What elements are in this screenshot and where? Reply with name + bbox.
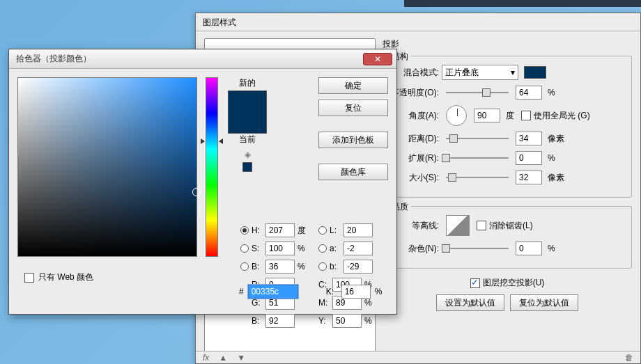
k-field[interactable] <box>341 285 371 299</box>
app-topbar <box>404 0 641 7</box>
close-button[interactable]: ✕ <box>363 53 392 65</box>
h-field[interactable] <box>265 223 295 237</box>
distance-slider[interactable] <box>446 138 509 139</box>
reset-default-button[interactable]: 复位为默认值 <box>510 294 578 311</box>
k-unit: % <box>375 287 385 296</box>
web-only-checkbox[interactable] <box>24 273 34 283</box>
angle-label: 角度(A): <box>390 110 439 122</box>
b-unit: % <box>298 262 307 271</box>
size-slider[interactable] <box>446 177 509 178</box>
new-color-swatch[interactable] <box>229 91 266 112</box>
add-swatch-button[interactable]: 添加到色板 <box>318 132 388 148</box>
make-default-button[interactable]: 设置为默认值 <box>436 294 504 311</box>
cp-titlebar[interactable]: 拾色器（投影颜色） ✕ <box>9 49 396 69</box>
use-global-light-checkbox[interactable] <box>521 111 531 120</box>
b-radio[interactable] <box>240 262 249 271</box>
hex-field[interactable] <box>248 285 298 299</box>
hue-arrow-left-icon <box>201 139 205 144</box>
size-unit: 像素 <box>548 172 564 184</box>
knockout-checkbox[interactable] <box>470 278 480 288</box>
noise-label: 杂色(N): <box>390 243 439 255</box>
s-unit: % <box>298 244 307 253</box>
s-radio[interactable] <box>240 244 249 253</box>
m-label: M: <box>318 298 330 308</box>
bb-field[interactable] <box>265 314 295 328</box>
hex-label: # <box>239 287 244 296</box>
knockout-label: 图层挖空投影(U) <box>483 277 545 289</box>
gamut-warning-icon[interactable]: ◈ <box>242 150 252 159</box>
spread-unit: % <box>548 153 555 163</box>
angle-field[interactable] <box>474 109 500 122</box>
contour-picker[interactable] <box>446 215 470 236</box>
blend-mode-select[interactable]: 正片叠底▾ <box>442 65 518 80</box>
up-arrow-icon[interactable]: ▲ <box>219 353 227 363</box>
opacity-field[interactable] <box>516 86 542 100</box>
bl-label: b: <box>330 262 341 271</box>
color-libraries-button[interactable]: 颜色库 <box>318 164 388 180</box>
y-unit: % <box>364 316 374 326</box>
size-field[interactable] <box>516 171 542 184</box>
noise-unit: % <box>548 244 555 253</box>
a-field[interactable] <box>343 242 373 255</box>
hue-arrow-right-icon <box>219 139 223 144</box>
L-radio[interactable] <box>318 226 327 235</box>
opacity-label: 不透明度(O): <box>390 87 439 99</box>
websafe-swatch[interactable] <box>242 162 252 172</box>
color-picker-dialog: 拾色器（投影颜色） ✕ 新的 当前 ◈ 确定 复位 添加到色板 颜色库 <box>8 49 397 315</box>
color-preview-swatches <box>228 90 267 134</box>
dropdown-icon: ▾ <box>511 68 515 77</box>
contour-label: 等高线: <box>390 220 439 232</box>
antialias-label: 消除锯齿(L) <box>489 220 533 232</box>
cancel-button[interactable]: 复位 <box>318 100 388 116</box>
opacity-unit: % <box>548 88 555 97</box>
opacity-slider[interactable] <box>446 92 509 93</box>
angle-dial[interactable] <box>446 105 467 126</box>
spread-label: 扩展(R): <box>390 152 439 164</box>
h-radio[interactable] <box>240 226 249 235</box>
color-field[interactable] <box>17 77 197 257</box>
fx-icon[interactable]: fx <box>203 353 209 363</box>
noise-field[interactable] <box>516 242 542 255</box>
m-unit: % <box>364 298 374 308</box>
b-field[interactable] <box>265 260 295 274</box>
web-only-row: 只有 Web 颜色 <box>24 271 93 283</box>
size-label: 大小(S): <box>390 172 439 184</box>
distance-label: 距离(D): <box>390 133 439 145</box>
new-color-label: 新的 <box>228 77 267 89</box>
L-label: L: <box>330 225 341 235</box>
a-label: a: <box>330 244 341 253</box>
s-field[interactable] <box>265 242 295 255</box>
antialias-checkbox[interactable] <box>477 221 486 230</box>
g-label: G: <box>252 298 263 308</box>
layer-style-title: 图层样式 <box>196 13 640 31</box>
noise-slider[interactable] <box>446 248 509 249</box>
web-only-label: 只有 Web 颜色 <box>38 271 93 283</box>
spread-slider[interactable] <box>446 157 509 159</box>
blend-color-swatch[interactable] <box>524 66 546 79</box>
h-unit: 度 <box>298 225 307 237</box>
distance-unit: 像素 <box>548 133 564 145</box>
L-field[interactable] <box>343 223 373 237</box>
trash-icon[interactable]: 🗑 <box>625 353 633 363</box>
a-radio[interactable] <box>318 244 327 253</box>
use-global-light-label: 使用全局光 (G) <box>534 110 590 122</box>
current-color-label: 当前 <box>228 134 267 145</box>
structure-group: 结构 混合模式: 正片叠底▾ 不透明度(O): % 角度(A): 度 <box>383 56 632 198</box>
hue-slider[interactable] <box>206 77 218 257</box>
y-label: Y: <box>318 316 330 326</box>
quality-group: 品质 等高线: 消除锯齿(L) 杂色(N): % <box>383 206 632 269</box>
close-icon: ✕ <box>374 54 381 64</box>
h-label: H: <box>252 225 263 235</box>
color-field-cursor <box>192 188 201 196</box>
down-arrow-icon[interactable]: ▼ <box>237 353 245 363</box>
bl-field[interactable] <box>343 260 373 274</box>
angle-unit: 度 <box>506 110 514 122</box>
distance-field[interactable] <box>516 132 542 145</box>
cp-title: 拾色器（投影颜色） <box>16 53 363 65</box>
bl-radio[interactable] <box>318 262 327 271</box>
ok-button[interactable]: 确定 <box>318 77 388 94</box>
y-field[interactable] <box>332 314 362 328</box>
current-color-swatch[interactable] <box>229 112 266 133</box>
s-label: S: <box>252 244 263 253</box>
spread-field[interactable] <box>516 151 542 165</box>
